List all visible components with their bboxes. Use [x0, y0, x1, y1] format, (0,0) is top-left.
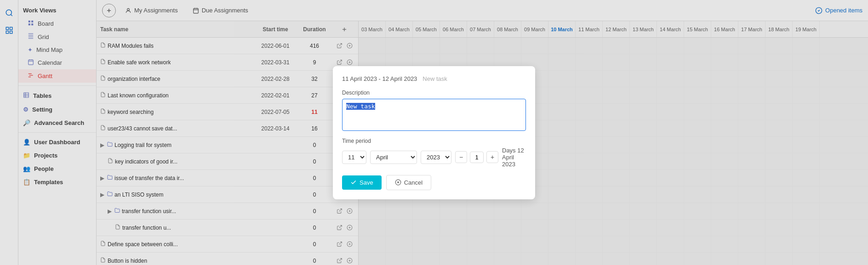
days-label: Days 12 April 2023 [502, 147, 526, 168]
time-period-row: 1234567891011121314151617181920212223242… [342, 147, 526, 168]
stepper-value: 1 [470, 152, 484, 163]
time-period-label: Time period [342, 138, 526, 144]
month-select[interactable]: JanuaryFebruaryMarchAprilMayJuneJulyAugu… [370, 151, 417, 164]
duration-stepper: − 1 + [455, 151, 498, 163]
day-select[interactable]: 1234567891011121314151617181920212223242… [342, 151, 366, 164]
cancel-icon [395, 179, 401, 186]
cancel-button[interactable]: Cancel [386, 175, 431, 190]
new-task-dialog: 11 April 2023 - 12 April 2023 New task D… [333, 66, 535, 199]
save-button[interactable]: Save [342, 175, 382, 190]
dialog-actions: Save Cancel [342, 175, 526, 190]
description-label: Description [342, 90, 526, 96]
stepper-plus-button[interactable]: + [486, 151, 498, 163]
dialog-header: 11 April 2023 - 12 April 2023 New task [342, 75, 526, 82]
year-select[interactable]: 2021202220232024 [421, 151, 451, 164]
description-input[interactable] [342, 99, 526, 131]
save-icon [350, 179, 357, 186]
dialog-new-task-label: New task [423, 75, 447, 82]
stepper-minus-button[interactable]: − [455, 151, 467, 163]
dialog-overlay: 11 April 2023 - 12 April 2023 New task D… [0, 0, 868, 265]
save-label: Save [360, 179, 373, 186]
cancel-label: Cancel [404, 179, 423, 186]
dialog-date-range: 11 April 2023 - 12 April 2023 [342, 75, 417, 82]
